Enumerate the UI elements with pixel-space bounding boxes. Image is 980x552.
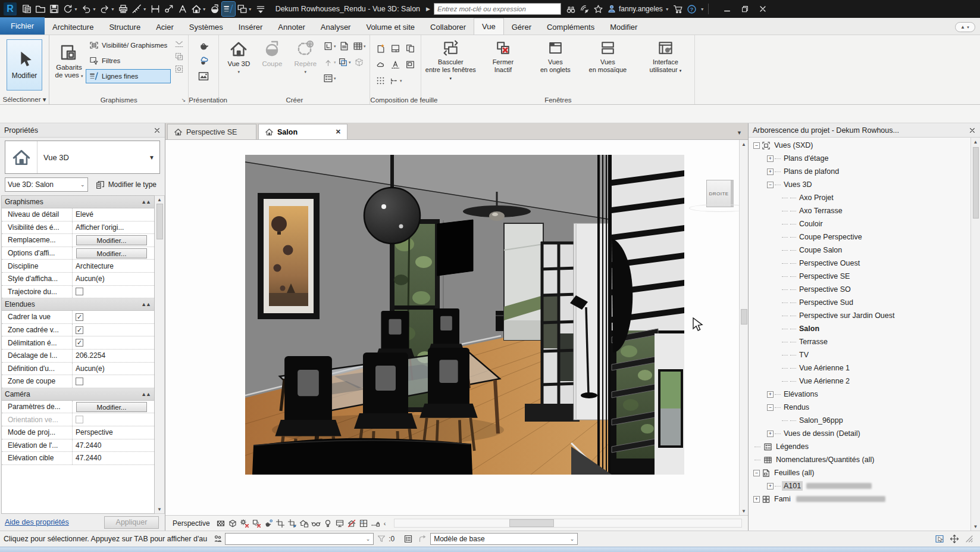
- tab-compl-ments[interactable]: Compléments: [539, 19, 602, 35]
- section-caméra[interactable]: Caméra▲▲: [2, 388, 154, 401]
- tv-screen[interactable]: [437, 220, 473, 276]
- property-value[interactable]: 47.2440: [76, 454, 101, 462]
- design-options-icon[interactable]: [402, 534, 414, 545]
- dim-qat-icon[interactable]: [149, 2, 162, 16]
- property-value[interactable]: Architecture: [76, 262, 114, 270]
- tab-syst-mes[interactable]: Systèmes: [181, 19, 231, 35]
- tab-acier[interactable]: Acier: [148, 19, 181, 35]
- modifier-button[interactable]: Modifier...: [76, 235, 147, 245]
- text-qat-icon[interactable]: [176, 2, 189, 16]
- expand-icon[interactable]: +: [767, 155, 774, 162]
- communication-center-icon[interactable]: [580, 4, 590, 14]
- twodocs-icon[interactable]: [405, 43, 415, 54]
- selection-filter-icon[interactable]: [375, 534, 387, 545]
- showhidden-icon[interactable]: [174, 52, 184, 61]
- tree-item-perspective-sud[interactable]: Perspective Sud: [749, 296, 970, 309]
- collapse-vcb-icon[interactable]: ‹: [384, 520, 386, 527]
- tab-collaborer[interactable]: Collaborer: [422, 19, 474, 35]
- filtres-button[interactable]: Filtres: [86, 54, 171, 68]
- print-qat-icon[interactable]: [117, 2, 130, 16]
- pan-icon[interactable]: [948, 534, 960, 545]
- reveal-hidden-elements-icon[interactable]: [322, 517, 334, 529]
- view-tab-perspective-se[interactable]: Perspective SE: [167, 124, 256, 139]
- collapse-icon[interactable]: −: [753, 470, 760, 476]
- cloudteapot-icon[interactable]: [198, 55, 209, 67]
- search-icon[interactable]: [566, 4, 576, 14]
- tree-item-el-vations[interactable]: +Elévations: [749, 388, 970, 401]
- tab-annoter[interactable]: Annoter: [270, 19, 313, 35]
- house-qat-icon[interactable]: ▼: [190, 2, 208, 16]
- viewport-icon[interactable]: [405, 60, 415, 70]
- tree-item-perspective-se[interactable]: Perspective SE: [749, 270, 970, 283]
- switchwin-qat-icon[interactable]: ▼: [236, 2, 253, 16]
- reveal-constraints-icon[interactable]: [370, 517, 381, 529]
- lignes-fines-button[interactable]: Lignes fines: [86, 69, 171, 83]
- tree-item-a101[interactable]: +A101: [749, 479, 970, 492]
- property-value[interactable]: Aucun(e): [76, 364, 105, 373]
- collapse-icon[interactable]: −: [753, 142, 760, 149]
- tree-item-plans-d-tage[interactable]: +Plans d'étage: [749, 152, 970, 165]
- favorites-star-icon[interactable]: [593, 4, 603, 14]
- menudown-qat-icon[interactable]: [254, 2, 267, 16]
- help-icon[interactable]: ?: [687, 4, 697, 14]
- renderregion-icon[interactable]: [174, 64, 184, 74]
- close-button[interactable]: [754, 2, 772, 16]
- save-qat-icon[interactable]: [48, 2, 61, 16]
- guideA-icon[interactable]: [390, 60, 400, 70]
- view-tab-salon[interactable]: Salon✕: [258, 124, 347, 139]
- property-value[interactable]: Perspective: [76, 428, 113, 436]
- canvas-vertical-scrollbar[interactable]: ▲▼: [739, 140, 748, 515]
- viewcube[interactable]: DROITE: [706, 180, 734, 207]
- checkbox[interactable]: ✓: [76, 339, 83, 347]
- checkbox[interactable]: ✓: [76, 326, 83, 334]
- tree-item-vues-sxd-[interactable]: −Vues (SXD): [749, 139, 970, 152]
- tree-item-perspective-ouest[interactable]: Perspective Ouest: [749, 257, 970, 270]
- coupe-button[interactable]: Coupe: [255, 37, 289, 76]
- tree-item-l-gendes[interactable]: Légendes: [749, 440, 970, 453]
- view-canvas[interactable]: DROITE ▲▼: [165, 140, 748, 515]
- sun-path-icon[interactable]: [239, 517, 251, 529]
- temporary-hide-isolate-icon[interactable]: [310, 517, 322, 529]
- property-value[interactable]: 206.2254: [76, 351, 105, 360]
- view-selector-combo[interactable]: Vue 3D: Salon⌄: [5, 177, 88, 192]
- vues-en-onglets-button[interactable]: Vuesen onglets: [529, 37, 581, 82]
- plan-icon[interactable]: ▾: [323, 41, 336, 51]
- tag-qat-icon[interactable]: [162, 2, 176, 16]
- matchline-icon[interactable]: ▾: [389, 76, 402, 86]
- press-drag-icon[interactable]: [417, 534, 428, 545]
- expand-icon[interactable]: +: [767, 483, 774, 489]
- tree-item-vue-a-rienne-2[interactable]: Vue Aérienne 2: [749, 375, 970, 388]
- expand-icon[interactable]: +: [767, 391, 774, 398]
- docs-qat-icon[interactable]: [20, 2, 33, 16]
- worksharing-display-icon[interactable]: [358, 517, 370, 529]
- type-selector-dropdown-icon[interactable]: ▼: [144, 154, 159, 161]
- teapot-icon[interactable]: [198, 39, 209, 51]
- checkbox[interactable]: [76, 378, 83, 385]
- view-scale-label[interactable]: Perspective: [173, 519, 210, 528]
- schedule-icon[interactable]: ▾: [353, 41, 366, 51]
- panel-label-selectionner[interactable]: Sélectionner ▾: [0, 95, 49, 104]
- collapse-icon[interactable]: −: [767, 182, 774, 188]
- tree-item-salon-96ppp[interactable]: Salon_96ppp: [749, 414, 970, 427]
- vue-3d-button[interactable]: Vue 3D▾: [222, 37, 255, 76]
- workset-combo[interactable]: ⌄: [225, 533, 374, 545]
- expand-icon[interactable]: +: [767, 431, 774, 437]
- chevron-right-icon[interactable]: ▶: [426, 6, 430, 12]
- sofa[interactable]: [252, 438, 472, 475]
- tree-item-salon[interactable]: Salon: [749, 322, 970, 335]
- tree-item-terrasse[interactable]: Terrasse: [749, 335, 970, 348]
- properties-scrollbar[interactable]: ▲▼: [155, 195, 165, 514]
- tab-ins-rer[interactable]: Insérer: [231, 19, 270, 35]
- apply-button[interactable]: Appliquer: [104, 516, 159, 529]
- elev-icon[interactable]: ▾: [323, 57, 336, 67]
- gallery-icon[interactable]: [198, 70, 209, 82]
- type-selector[interactable]: Vue 3D ▼: [5, 141, 160, 174]
- tree-item-tv[interactable]: TV: [749, 348, 970, 361]
- glazed-corner[interactable]: [504, 223, 543, 340]
- rendered-view-salon[interactable]: [245, 155, 684, 475]
- thinlines-qat-icon[interactable]: [222, 2, 235, 16]
- expand-icon[interactable]: +: [753, 496, 760, 503]
- minimize-button[interactable]: [718, 2, 736, 16]
- modifier-button[interactable]: Modifier...: [76, 402, 147, 412]
- vues-en-mosa-que-button[interactable]: Vuesen mosaïque: [581, 37, 634, 82]
